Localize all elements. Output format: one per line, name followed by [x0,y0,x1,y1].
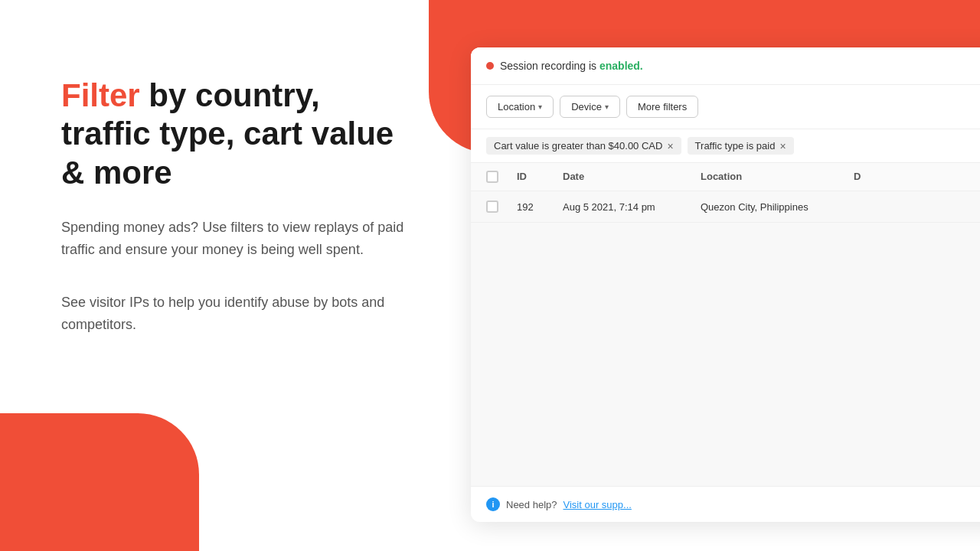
col-d: D [854,171,915,183]
row-id: 192 [517,201,563,213]
col-location: Location [701,171,854,183]
table-row[interactable]: 192 Aug 5 2021, 7:14 pm Quezon City, Phi… [471,191,980,223]
more-filters-label: More filters [638,101,687,112]
location-chevron-icon: ▾ [538,103,542,111]
device-filter-btn[interactable]: Device ▾ [560,96,620,118]
description1: Spending money ads? Use filters to view … [61,217,413,261]
location-filter-btn[interactable]: Location ▾ [486,96,554,118]
more-filters-btn[interactable]: More filters [626,96,698,118]
session-area: Session recording is enabled. Location ▾… [471,47,980,522]
recording-dot [486,62,494,70]
location-filter-label: Location [498,101,535,112]
table-header: ID Date Location D [471,163,980,191]
row-checkbox[interactable] [486,201,498,213]
hero-title-highlight: Filter [61,77,140,113]
device-chevron-icon: ▾ [605,103,609,111]
hero-title: Filter by country, traffic type, cart va… [61,77,413,192]
session-header: Session recording is enabled. [471,47,980,85]
row-location: Quezon City, Philippines [701,201,854,213]
traffic-filter-tag: Traffic type is paid × [688,137,794,155]
help-link[interactable]: Visit our supp... [564,499,632,510]
session-table: ID Date Location D 192 Aug 5 2021, 7:14 … [471,163,980,486]
col-date: Date [563,171,701,183]
header-checkbox[interactable] [486,171,498,183]
recording-status: enabled. [599,60,643,72]
row-checkbox-cell [486,201,517,213]
help-bar: i Need help? Visit our supp... [471,486,980,522]
help-text: Need help? [506,499,557,510]
help-icon: i [486,497,500,511]
device-filter-label: Device [571,101,602,112]
cart-filter-text: Cart value is greater than $40.00 CAD [494,140,662,152]
col-id: ID [517,171,563,183]
cart-filter-tag: Cart value is greater than $40.00 CAD × [486,137,681,155]
left-panel: Filter by country, traffic type, cart va… [0,0,459,551]
active-filters: Cart value is greater than $40.00 CAD × … [471,129,980,163]
traffic-filter-remove[interactable]: × [779,141,786,152]
header-checkbox-cell [486,171,517,183]
description2: See visitor IPs to help you identify abu… [61,292,413,336]
row-date: Aug 5 2021, 7:14 pm [563,201,701,213]
traffic-filter-text: Traffic type is paid [695,140,776,152]
app-panel: Session recording is enabled. Location ▾… [471,47,980,522]
filter-bar: Location ▾ Device ▾ More filters [471,85,980,129]
recording-text: Session recording is enabled. [500,60,643,72]
cart-filter-remove[interactable]: × [667,141,673,152]
